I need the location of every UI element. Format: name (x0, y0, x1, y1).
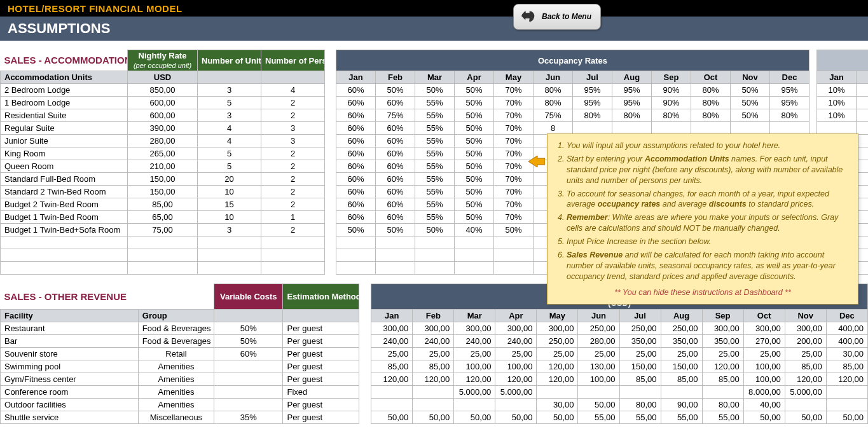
cell-occ[interactable]: 55% (415, 97, 455, 109)
cell-rev[interactable]: 120,00 (495, 373, 537, 386)
cell-occ[interactable]: 80% (652, 109, 691, 122)
cell-occ[interactable]: 55% (415, 135, 455, 147)
cell-vc[interactable] (214, 360, 283, 373)
cell-group[interactable]: Amenities (138, 373, 214, 386)
cell-rev[interactable] (661, 386, 702, 399)
cell-occ[interactable]: 80% (770, 109, 809, 122)
cell-occ[interactable]: 80% (691, 84, 731, 97)
cell-rev[interactable]: 25,00 (371, 348, 413, 360)
cell-occ[interactable]: 90% (652, 84, 691, 97)
cell-rev[interactable]: 300,00 (743, 322, 785, 335)
cell-rev[interactable]: 50,00 (495, 411, 537, 424)
cell-occ[interactable]: 50% (455, 84, 494, 97)
cell-name[interactable]: Regular Suite (1, 122, 128, 135)
cell-rev[interactable]: 120,00 (454, 373, 495, 386)
cell-vc[interactable]: 60% (214, 348, 283, 360)
cell-rev[interactable]: 50,00 (826, 411, 867, 424)
cell-rev[interactable]: 120,00 (702, 360, 743, 373)
cell-rev[interactable]: 85,00 (371, 360, 413, 373)
cell-rate[interactable]: 75,00 (128, 224, 198, 236)
cell-rev[interactable]: 25,00 (454, 348, 495, 360)
cell-units[interactable]: 5 (198, 97, 261, 109)
cell-rev[interactable]: 50,00 (371, 411, 413, 424)
cell-occ[interactable]: 60% (336, 211, 376, 224)
cell-occ[interactable]: 50% (731, 109, 770, 122)
cell-rev[interactable]: 55,00 (619, 411, 661, 424)
cell-extra[interactable]: 15% (857, 84, 868, 97)
cell-units[interactable]: 3 (198, 109, 261, 122)
cell-rev[interactable]: 5.000,00 (454, 386, 495, 399)
cell-rev[interactable]: 120,00 (785, 373, 826, 386)
cell-rev[interactable]: 130,00 (578, 360, 619, 373)
cell-rev[interactable]: 300,00 (785, 322, 826, 335)
cell-occ[interactable]: 60% (376, 173, 415, 186)
cell-occ[interactable]: 60% (336, 147, 376, 160)
cell-occ[interactable]: 70% (494, 97, 534, 109)
cell-rev[interactable]: 270,00 (743, 335, 785, 348)
cell-em[interactable]: Per guest (283, 322, 359, 335)
cell-rev[interactable]: 120,00 (537, 360, 578, 373)
cell-units[interactable]: 5 (198, 160, 261, 173)
cell-rev[interactable]: 30,00 (537, 399, 578, 411)
cell-group[interactable]: Food & Beverages (138, 322, 214, 335)
cell-persons[interactable]: 1 (261, 211, 325, 224)
back-to-menu-button[interactable]: Back to Menu (513, 4, 601, 30)
cell-occ[interactable]: 70% (494, 211, 534, 224)
cell-facility[interactable]: Souvenir store (1, 348, 139, 360)
cell-rate[interactable]: 265,00 (128, 147, 198, 160)
cell-name[interactable]: Budget 1 Twin-Bed+Sofa Room (1, 224, 128, 236)
cell-occ[interactable]: 80% (573, 109, 612, 122)
cell-name[interactable]: 1 Bedroom Lodge (1, 97, 128, 109)
cell-rev[interactable]: 240,00 (413, 335, 454, 348)
cell-vc[interactable] (214, 399, 283, 411)
cell-persons[interactable]: 2 (261, 147, 325, 160)
cell-occ[interactable]: 90% (652, 97, 691, 109)
cell-occ[interactable]: 50% (731, 97, 770, 109)
cell-rev[interactable]: 50,00 (413, 411, 454, 424)
cell-extra[interactable]: 10% (817, 97, 857, 109)
cell-rev[interactable]: 5.000,00 (495, 386, 537, 399)
cell-occ[interactable]: 80% (691, 97, 731, 109)
cell-occ[interactable]: 95% (612, 97, 652, 109)
cell-rev[interactable]: 300,00 (495, 322, 537, 335)
cell-occ[interactable]: 95% (612, 84, 652, 97)
cell-occ[interactable]: 40% (455, 224, 494, 236)
cell-occ[interactable]: 55% (415, 122, 455, 135)
cell-occ[interactable]: 95% (770, 97, 809, 109)
cell-rev[interactable] (371, 399, 413, 411)
cell-rev[interactable]: 120,00 (826, 373, 867, 386)
cell-occ[interactable]: 50% (455, 160, 494, 173)
cell-em[interactable]: Per guest (283, 348, 359, 360)
cell-occ[interactable]: 50% (455, 109, 494, 122)
cell-occ[interactable]: 80% (612, 109, 652, 122)
cell-rev[interactable]: 55,00 (702, 411, 743, 424)
cell-occ[interactable]: 80% (534, 97, 573, 109)
cell-units[interactable]: 3 (198, 224, 261, 236)
cell-rev[interactable]: 25,00 (702, 348, 743, 360)
cell-persons[interactable]: 2 (261, 224, 325, 236)
cell-rev[interactable]: 40,00 (743, 399, 785, 411)
cell-persons[interactable]: 2 (261, 198, 325, 211)
cell-group[interactable]: Amenities (138, 386, 214, 399)
cell-em[interactable]: Per guest (283, 411, 359, 424)
cell-occ[interactable]: 50% (455, 147, 494, 160)
cell-occ[interactable]: 50% (455, 211, 494, 224)
cell-units[interactable]: 4 (198, 135, 261, 147)
cell-occ[interactable]: 60% (336, 173, 376, 186)
cell-rate[interactable]: 150,00 (128, 186, 198, 198)
cell-occ[interactable]: 60% (336, 97, 376, 109)
cell-occ[interactable]: 70% (494, 173, 534, 186)
cell-extra[interactable] (817, 122, 857, 135)
cell-rev[interactable]: 400,00 (826, 322, 867, 335)
cell-name[interactable]: Budget 2 Twin-Bed Room (1, 198, 128, 211)
cell-em[interactable]: Per guest (283, 373, 359, 386)
cell-rev[interactable] (619, 386, 661, 399)
cell-name[interactable]: Standard 2 Twin-Bed Room (1, 186, 128, 198)
cell-rev[interactable]: 250,00 (578, 322, 619, 335)
cell-persons[interactable]: 4 (261, 84, 325, 97)
cell-group[interactable]: Amenities (138, 399, 214, 411)
cell-vc[interactable]: 50% (214, 322, 283, 335)
cell-rev[interactable]: 280,00 (578, 335, 619, 348)
cell-facility[interactable]: Swimming pool (1, 360, 139, 373)
cell-occ[interactable]: 55% (415, 211, 455, 224)
